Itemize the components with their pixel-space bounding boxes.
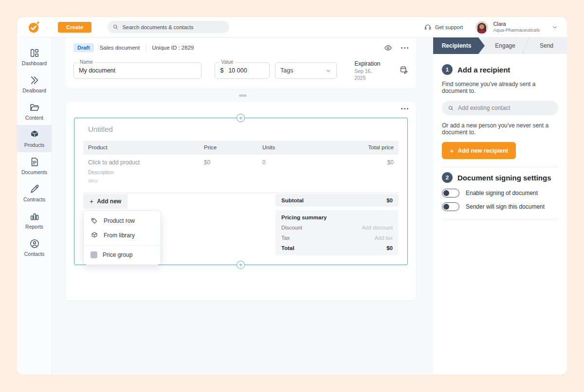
chevron-down-icon (325, 68, 331, 74)
divider (83, 193, 399, 193)
contact-icon (29, 238, 40, 249)
tax-label: Tax (281, 235, 290, 241)
app-window: Create Search documents & contacts Get s… (17, 17, 567, 374)
toggle-sender-sign[interactable]: Sender will sign this document (442, 202, 558, 211)
add-existing-contact-input[interactable]: Add existing contact (442, 101, 558, 115)
or-add-new-text: Or add a new person you've never sent a … (442, 122, 558, 136)
column-header-price: Price (204, 144, 262, 150)
product-row[interactable]: Click to add product $0 0 $0 Description… (83, 159, 399, 183)
document-content-card: + + Untitled Product Price Units Total p… (66, 102, 416, 301)
top-bar: Create Search documents & contacts Get s… (17, 17, 567, 37)
pricing-table-block[interactable]: + + Untitled Product Price Units Total p… (74, 118, 408, 265)
document-header-card: Draft Sales document Unique ID : 2829 Na… (66, 38, 416, 89)
add-tax-button[interactable]: Add tax (375, 235, 393, 241)
product-total: $0 (335, 159, 394, 166)
tab-label: Recipients (442, 42, 472, 49)
main-area: Draft Sales document Unique ID : 2829 Na… (52, 37, 433, 374)
product-units[interactable]: 0 (262, 159, 335, 166)
preview-eye-icon[interactable] (384, 44, 392, 52)
sidebar-item-label: Products (24, 142, 44, 148)
add-block-above-button[interactable]: + (237, 114, 245, 122)
sidebar-item-label: Dashboard (22, 60, 47, 66)
drag-handle[interactable] (239, 94, 247, 97)
toggle-switch[interactable] (442, 202, 459, 211)
step1-header: 1 Add a recipient (442, 64, 558, 75)
step1-hint: Find someone you've already sent a docum… (442, 81, 558, 94)
toggle-label: Enable signing of document (466, 190, 538, 196)
more-icon[interactable] (401, 47, 408, 49)
sidebar-item-label: Dealboard (22, 88, 46, 93)
subtotal-value: $0 (386, 197, 393, 203)
currency-symbol: $ (220, 67, 223, 74)
sku-placeholder[interactable]: SKU (88, 178, 394, 183)
get-support-button[interactable]: Get support (424, 23, 463, 31)
add-block-below-button[interactable]: + (237, 261, 245, 269)
product-price[interactable]: $0 (204, 159, 262, 166)
create-button[interactable]: Create (58, 22, 91, 33)
toggle-switch[interactable] (442, 189, 459, 197)
sidebar-item-label: Reports (25, 224, 43, 230)
sidebar-item-contracts[interactable]: Contracts (17, 179, 52, 207)
expiration-label: Expiration (354, 60, 384, 68)
toggle-enable-signing[interactable]: Enable signing of document (442, 189, 558, 197)
add-new-button[interactable]: + Add new (83, 194, 128, 209)
add-new-menu: Product row From library Price group (83, 210, 161, 265)
sidebar-item-content[interactable]: Content (17, 98, 52, 125)
column-header-units: Units (262, 144, 335, 150)
name-field-value: My document (79, 67, 115, 74)
menu-item-product-row[interactable]: Product row (84, 214, 161, 228)
global-search-input[interactable]: Search documents & contacts (108, 21, 229, 33)
sidebar-item-label: Content (25, 115, 43, 121)
more-icon[interactable] (401, 108, 408, 109)
bar-chart-icon (29, 211, 40, 222)
product-placeholder[interactable]: Click to add product (88, 159, 204, 166)
edit-expiration-button[interactable] (400, 65, 408, 76)
chevron-down-icon[interactable] (551, 24, 558, 31)
pricing-summary-title: Pricing summary (281, 214, 393, 220)
menu-item-label: From library (104, 232, 135, 239)
sidebar-item-reports[interactable]: Reports (17, 207, 52, 234)
divider (84, 245, 161, 246)
table-header-row: Product Price Units Total price (83, 141, 399, 155)
tab-recipients[interactable]: Recipients (433, 37, 485, 54)
tab-send[interactable]: Send (526, 37, 567, 54)
name-field[interactable]: Name My document (73, 62, 201, 79)
step2-title: Document signing settings (457, 174, 551, 182)
app-logo-icon (28, 21, 40, 34)
document-type: Sales document (100, 45, 140, 51)
user-info[interactable]: Clara Aqua-Pharmaceuticals (493, 21, 540, 34)
add-new-recipient-button[interactable]: + Add new recipient (442, 142, 516, 159)
tab-label: Send (540, 42, 553, 49)
sidebar-item-dealboard[interactable]: Dealboard (17, 71, 52, 98)
value-field-amount: 10 000 (228, 67, 247, 74)
tab-engage[interactable]: Engage (485, 37, 526, 54)
value-field[interactable]: Value $ 10 000 (215, 62, 270, 79)
sidebar-item-label: Contacts (24, 251, 44, 257)
status-badge: Draft (73, 43, 94, 52)
menu-item-label: Product row (104, 217, 135, 224)
total-label: Total (281, 245, 294, 251)
toggle-label: Sender will sign this document (466, 203, 545, 210)
tags-dropdown-label: Tags (280, 67, 293, 74)
step2-header: 2 Document signing settings (442, 172, 558, 183)
step-number-badge: 1 (442, 64, 453, 75)
divider (442, 219, 558, 219)
add-new-label: Add new (97, 198, 121, 205)
sidebar-item-products[interactable]: Products (17, 125, 52, 152)
block-title-placeholder[interactable]: Untitled (88, 125, 113, 133)
tab-label: Engage (495, 42, 515, 49)
step1-title: Add a recipient (457, 66, 510, 74)
description-placeholder[interactable]: Description (88, 169, 394, 175)
menu-item-from-library[interactable]: From library (84, 228, 161, 243)
calendar-edit-icon (400, 65, 408, 74)
divider (442, 167, 558, 167)
sidebar-item-contacts[interactable]: Contacts (17, 234, 52, 261)
avatar[interactable] (475, 21, 488, 34)
tags-dropdown[interactable]: Tags (275, 62, 337, 79)
sidebar-item-dashboard[interactable]: Dashboard (17, 43, 52, 71)
add-discount-button[interactable]: Add discount (362, 225, 393, 231)
sidebar-item-documents[interactable]: Documents (17, 152, 52, 179)
expiration-date: Sep 16, 2025 (354, 68, 384, 81)
menu-item-price-group[interactable]: Price group (84, 248, 161, 262)
tag-icon (91, 217, 98, 225)
